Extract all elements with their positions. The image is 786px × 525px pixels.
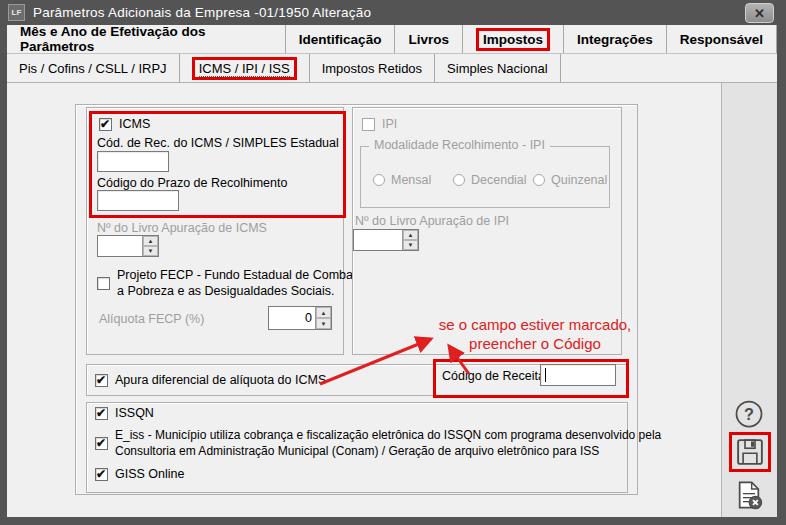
aliquota-fecp-spinner[interactable]: 0 ▲▼ <box>268 306 332 330</box>
codigo-receita-label: Código de Receita <box>442 369 545 383</box>
spin-up-icon[interactable]: ▲ <box>316 307 331 318</box>
discard-button[interactable] <box>732 478 766 512</box>
issqn-checkbox[interactable]: ISSQN <box>95 406 154 420</box>
tab-mes-ano[interactable]: Mês e Ano de Efetivação dos Parâmetros <box>7 25 286 53</box>
impostos-highlight-box: Impostos <box>476 28 550 51</box>
spin-down-icon[interactable]: ▼ <box>143 246 158 256</box>
tab-responsavel[interactable]: Responsável <box>667 25 777 53</box>
giss-checkbox[interactable]: GISS Online <box>95 467 184 481</box>
subtab-simples-nacional[interactable]: Simples Nacional <box>435 54 560 82</box>
apura-diferencial-checkbox[interactable]: Apura diferencial de alíquota do ICMS <box>95 373 326 387</box>
fecp-checkbox-label: Projeto FECP - Fundo Estadual de Combate… <box>117 268 363 299</box>
apura-diferencial-label: Apura diferencial de alíquota do ICMS <box>115 373 326 387</box>
livro-ipi-spinner[interactable]: ▲▼ <box>353 229 419 251</box>
eiss-checkbox[interactable]: E_iss - Município utiliza cobrança e fis… <box>95 428 661 459</box>
prazo-recolhimento-input[interactable] <box>97 190 179 211</box>
livro-icms-spin-buttons[interactable]: ▲▼ <box>142 236 158 256</box>
icms-checkbox[interactable]: ICMS <box>99 117 150 131</box>
dialog-window: LF Parâmetros Adicionais da Empresa -01/… <box>0 0 786 525</box>
subtab-icms-ipi-iss[interactable]: ICMS / IPI / ISS <box>180 54 310 82</box>
main-tab-bar: Mês e Ano de Efetivação dos Parâmetros I… <box>7 25 777 54</box>
prazo-recolhimento-label: Código do Prazo de Recolhimento <box>97 176 287 190</box>
livro-ipi-spin-buttons[interactable]: ▲▼ <box>402 230 418 250</box>
ipi-checkbox-box <box>362 118 375 131</box>
cod-rec-icms-input[interactable] <box>97 151 169 172</box>
discard-icon <box>733 479 765 511</box>
modalidade-ipi-title: Modalidade Recolhimento - IPI <box>369 138 550 152</box>
cod-rec-icms-label: Cód. de Rec. do ICMS / SIMPLES Estadual <box>97 136 339 150</box>
codigo-receita-input[interactable] <box>540 364 616 386</box>
livro-ipi-label: Nº do Livro Apuração de IPI <box>355 214 509 228</box>
eiss-checkbox-box[interactable] <box>95 437 108 450</box>
icms-checkbox-label: ICMS <box>119 117 150 131</box>
livro-icms-spinner[interactable]: ▲▼ <box>97 235 159 257</box>
livro-icms-value[interactable] <box>98 236 142 256</box>
save-button[interactable] <box>734 437 766 467</box>
aliquota-fecp-value[interactable]: 0 <box>269 307 315 329</box>
radio-decendial: Decendial <box>453 173 527 187</box>
save-icon <box>735 437 765 467</box>
tab-livros[interactable]: Livros <box>395 25 463 53</box>
issqn-checkbox-box[interactable] <box>95 407 108 420</box>
icms-checkbox-box[interactable] <box>99 118 112 131</box>
title-bar[interactable]: LF Parâmetros Adicionais da Empresa -01/… <box>0 0 786 25</box>
help-button[interactable]: ? <box>733 398 765 430</box>
radio-mensal: Mensal <box>373 173 431 187</box>
modalidade-ipi-groupbox: Modalidade Recolhimento - IPI Mensal Dec… <box>360 146 610 208</box>
text-caret <box>545 368 546 382</box>
tab-impostos[interactable]: Impostos <box>463 25 564 53</box>
spin-down-icon[interactable]: ▼ <box>403 240 418 250</box>
spin-down-icon[interactable]: ▼ <box>316 318 331 329</box>
ipi-checkbox-label: IPI <box>382 117 397 131</box>
fecp-checkbox[interactable]: Projeto FECP - Fundo Estadual de Combate… <box>97 268 363 299</box>
livro-ipi-value[interactable] <box>354 230 402 250</box>
spin-up-icon[interactable]: ▲ <box>143 236 158 246</box>
close-button[interactable]: ✕ <box>745 3 774 23</box>
app-icon: LF <box>8 4 25 21</box>
tab-integracoes[interactable]: Integrações <box>564 25 667 53</box>
giss-checkbox-box[interactable] <box>95 468 108 481</box>
window-title: Parâmetros Adicionais da Empresa -01/195… <box>33 5 371 20</box>
ipi-checkbox: IPI <box>362 117 397 131</box>
subtab-pis-cofins[interactable]: Pis / Cofins / CSLL / IRPJ <box>7 54 180 82</box>
radio-quinzenal: Quinzenal <box>533 173 607 187</box>
annotation-note: se o campo estiver marcado, preencher o … <box>405 316 665 354</box>
spin-up-icon[interactable]: ▲ <box>403 230 418 240</box>
radio-mensal-circle <box>373 174 385 186</box>
subtab-impostos-retidos[interactable]: Impostos Retidos <box>310 54 435 82</box>
radio-decendial-circle <box>453 174 465 186</box>
livro-icms-label: Nº do Livro Apuração de ICMS <box>97 221 267 235</box>
sub-tab-bar: Pis / Cofins / CSLL / IRPJ ICMS / IPI / … <box>7 54 777 83</box>
apura-diferencial-checkbox-box[interactable] <box>95 374 108 387</box>
radio-quinzenal-circle <box>533 174 545 186</box>
issqn-checkbox-label: ISSQN <box>115 406 154 420</box>
fecp-checkbox-box[interactable] <box>97 277 110 290</box>
giss-checkbox-label: GISS Online <box>115 467 184 481</box>
icms-highlight-box: ICMS / IPI / ISS <box>192 57 297 80</box>
aliquota-spin-buttons[interactable]: ▲▼ <box>315 307 331 329</box>
help-icon: ? <box>734 399 764 429</box>
tab-identificacao[interactable]: Identificação <box>286 25 396 53</box>
aliquota-fecp-label: Alíquota FECP (%) <box>99 312 204 326</box>
eiss-checkbox-label: E_iss - Município utiliza cobrança e fis… <box>115 428 661 459</box>
svg-text:?: ? <box>744 405 754 423</box>
